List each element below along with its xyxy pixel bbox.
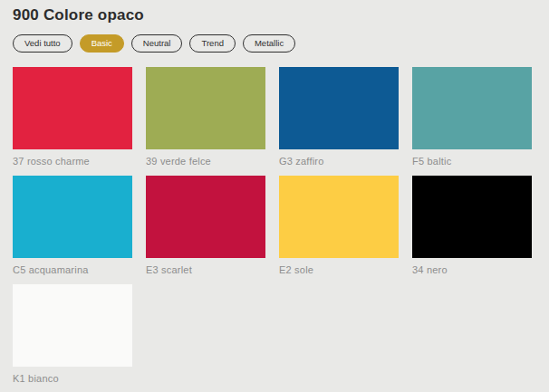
color-swatch-34-nero[interactable] xyxy=(412,176,532,258)
swatch-grid: 37 rosso charme 39 verde felce G3 zaffir… xyxy=(13,67,536,385)
swatch-cell-g3-zaffiro: G3 zaffiro xyxy=(279,67,399,167)
swatch-cell-e3-scarlet: E3 scarlet xyxy=(146,176,265,276)
swatch-label: F5 baltic xyxy=(412,155,532,167)
color-swatch-g3-zaffiro[interactable] xyxy=(279,67,399,149)
color-swatch-c5-acquamarina[interactable] xyxy=(13,176,132,258)
color-swatch-f5-baltic[interactable] xyxy=(412,67,532,149)
swatch-cell-c5-acquamarina: C5 acquamarina xyxy=(13,176,132,276)
filter-pill-vedi-tutto[interactable]: Vedi tutto xyxy=(13,34,72,53)
color-swatch-k1-bianco[interactable] xyxy=(13,284,132,367)
swatch-cell-e2-sole: E2 sole xyxy=(279,176,399,276)
page-title: 900 Colore opaco xyxy=(13,5,536,26)
swatch-label: 34 nero xyxy=(412,263,532,276)
swatch-cell-37-rosso-charme: 37 rosso charme xyxy=(13,67,132,167)
swatch-cell-39-verde-felce: 39 verde felce xyxy=(146,67,265,167)
color-swatch-37-rosso-charme[interactable] xyxy=(13,67,132,149)
filter-pill-metallic[interactable]: Metallic xyxy=(243,34,295,53)
color-swatch-e3-scarlet[interactable] xyxy=(146,176,265,258)
swatch-label: C5 acquamarina xyxy=(13,263,132,276)
swatch-label: G3 zaffiro xyxy=(279,155,399,167)
swatch-label: K1 bianco xyxy=(13,372,132,385)
filter-pill-trend[interactable]: Trend xyxy=(189,34,235,53)
color-swatch-39-verde-felce[interactable] xyxy=(146,67,265,149)
color-swatch-e2-sole[interactable] xyxy=(279,176,399,258)
filter-pill-neutral[interactable]: Neutral xyxy=(131,34,183,53)
filter-bar: Vedi tutto Basic Neutral Trend Metallic xyxy=(13,34,536,53)
swatch-cell-f5-baltic: F5 baltic xyxy=(412,67,532,167)
swatch-label: E3 scarlet xyxy=(146,263,265,276)
swatch-label: 39 verde felce xyxy=(146,155,265,167)
filter-pill-basic[interactable]: Basic xyxy=(80,34,124,53)
color-picker-page: 900 Colore opaco Vedi tutto Basic Neutra… xyxy=(0,0,549,392)
swatch-cell-k1-bianco: K1 bianco xyxy=(13,284,132,385)
swatch-label: E2 sole xyxy=(279,263,399,276)
swatch-cell-34-nero: 34 nero xyxy=(412,176,532,276)
swatch-label: 37 rosso charme xyxy=(13,155,132,167)
